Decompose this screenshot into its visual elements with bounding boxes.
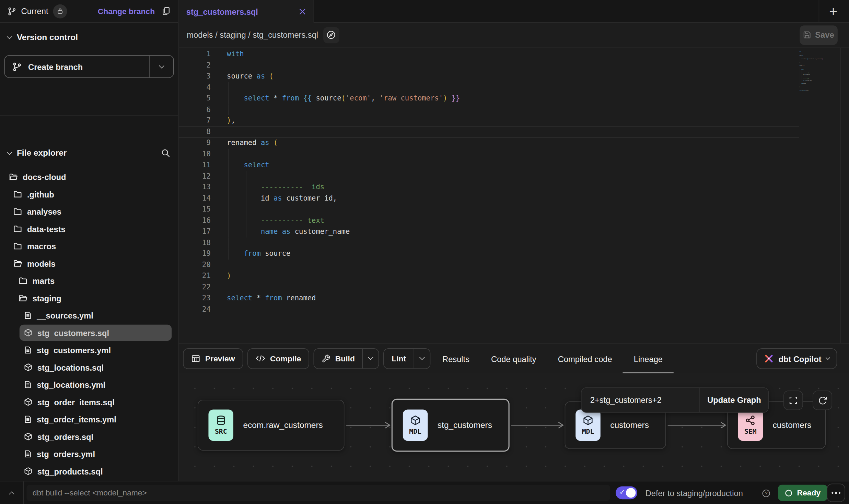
current-branch-label: Current bbox=[21, 7, 48, 16]
code-line-7[interactable]: 7), bbox=[179, 115, 849, 126]
code-lines: 1with23source as (45 select * from {{ so… bbox=[179, 49, 849, 315]
tab-compiled-code[interactable]: Compiled code bbox=[558, 344, 612, 374]
tree-item-stg-orders-yml[interactable]: stg_orders.yml bbox=[0, 445, 178, 463]
code-line-3[interactable]: 3source as ( bbox=[179, 71, 849, 82]
code-line-5[interactable]: 5 select * from {{ source('ecom', 'raw_c… bbox=[179, 93, 849, 104]
folder-icon bbox=[13, 225, 22, 233]
line-number: 14 bbox=[179, 193, 211, 204]
version-control-header[interactable]: Version control bbox=[0, 24, 178, 51]
code-editor[interactable]: 1with23source as (45 select * from {{ so… bbox=[179, 48, 849, 343]
change-branch-link[interactable]: Change branch bbox=[98, 7, 155, 15]
graph-icon bbox=[745, 415, 756, 426]
tree-item-stg-locations-yml[interactable]: stg_locations.yml bbox=[0, 376, 178, 393]
tree-item-models[interactable]: models bbox=[0, 255, 178, 272]
lineage-node-ecom-raw-customers[interactable]: SRCecom.raw_customers bbox=[198, 400, 345, 451]
tree-item-label: stg_locations.sql bbox=[37, 363, 104, 372]
code-line-10[interactable]: 10 bbox=[179, 148, 849, 159]
code-line-9[interactable]: 9renamed as ( bbox=[179, 137, 849, 148]
code-line-11[interactable]: 11 select bbox=[179, 159, 849, 170]
copy-icon[interactable] bbox=[161, 7, 171, 16]
help-icon[interactable]: ? bbox=[762, 489, 770, 500]
lineage-node-label: customers bbox=[610, 420, 649, 430]
editor-scrollbar[interactable] bbox=[840, 48, 841, 343]
line-number: 6 bbox=[179, 104, 211, 115]
dbt-copilot-button[interactable]: dbt Copilot bbox=[756, 348, 837, 369]
refresh-button[interactable] bbox=[813, 391, 832, 410]
create-branch-dropdown[interactable] bbox=[149, 56, 173, 77]
lint-dropdown[interactable] bbox=[414, 349, 430, 368]
lineage-filter-input[interactable]: 2+stg_customers+2 bbox=[582, 388, 700, 412]
mdl-badge: MDL bbox=[575, 409, 601, 441]
collapse-panel-button[interactable] bbox=[0, 490, 23, 496]
preview-button[interactable]: Preview bbox=[183, 348, 243, 369]
code-line-8[interactable]: 8 bbox=[179, 126, 849, 137]
lineage-canvas[interactable]: SRCecom.raw_customersMDLstg_customersMDL… bbox=[179, 373, 849, 481]
editor-minimap[interactable]: withsource as ( select * from {{ source(… bbox=[799, 51, 829, 93]
code-line-13[interactable]: 13 ---------- ids bbox=[179, 182, 849, 193]
lineage-node-stg-customers[interactable]: MDLstg_customers bbox=[392, 399, 510, 452]
create-branch-button[interactable]: Create branch bbox=[4, 55, 174, 78]
tree-item-data-tests[interactable]: data-tests bbox=[0, 220, 178, 237]
code-line-2[interactable]: 2 bbox=[179, 60, 849, 71]
tree-item-macros[interactable]: macros bbox=[0, 238, 178, 255]
code-line-6[interactable]: 6 bbox=[179, 104, 849, 115]
code-line-18[interactable]: 18 bbox=[179, 237, 849, 248]
copilot-compass-button[interactable] bbox=[323, 27, 339, 43]
more-options-button[interactable] bbox=[827, 484, 845, 502]
tab-lineage[interactable]: Lineage bbox=[634, 344, 663, 374]
lineage-node-label: stg_customers bbox=[438, 420, 492, 430]
code-line-19[interactable]: 19 from source bbox=[179, 248, 849, 259]
lint-button[interactable]: Lint bbox=[384, 348, 431, 369]
code-line-24 bbox=[799, 92, 829, 93]
tree-item-stg-order-items-sql[interactable]: stg_order_items.sql bbox=[0, 393, 178, 410]
model-icon bbox=[24, 328, 32, 337]
table-icon bbox=[191, 354, 200, 363]
code-line-20[interactable]: 20 bbox=[179, 260, 849, 271]
build-button[interactable]: Build bbox=[314, 348, 379, 369]
tree-item-label: stg_orders.yml bbox=[37, 449, 95, 458]
code-line-4[interactable]: 4 bbox=[179, 82, 849, 93]
code-line-16[interactable]: 16 ---------- text bbox=[179, 215, 849, 226]
tree-item--github[interactable]: .github bbox=[0, 185, 178, 203]
code-line-22[interactable]: 22 bbox=[179, 281, 849, 292]
tree-item-stg-customers-sql[interactable]: stg_customers.sql bbox=[0, 324, 178, 341]
close-icon[interactable] bbox=[299, 8, 306, 15]
code-line-14[interactable]: 14 id as customer_id, bbox=[179, 193, 849, 204]
compile-button[interactable]: Compile bbox=[247, 348, 309, 369]
tab-results[interactable]: Results bbox=[442, 344, 469, 374]
code-line-24[interactable]: 24 bbox=[179, 304, 849, 315]
fullscreen-button[interactable] bbox=[783, 391, 803, 410]
search-icon[interactable] bbox=[161, 148, 171, 158]
update-graph-button[interactable]: Update Graph bbox=[700, 388, 768, 412]
tree-item-analyses[interactable]: analyses bbox=[0, 203, 178, 220]
code-line-1[interactable]: 1with bbox=[179, 49, 849, 60]
tab-code-quality[interactable]: Code quality bbox=[491, 344, 536, 374]
tree-item-staging[interactable]: staging bbox=[0, 289, 178, 307]
new-tab-button[interactable]: + bbox=[824, 3, 842, 20]
code-line-15[interactable]: 15 bbox=[179, 204, 849, 215]
tree-item-stg-products-sql[interactable]: stg_products.sql bbox=[0, 463, 178, 480]
tree-item-marts[interactable]: marts bbox=[0, 272, 178, 289]
tree-item-label: analyses bbox=[27, 207, 61, 216]
file-explorer-header[interactable]: File explorer bbox=[0, 142, 178, 164]
tree-item-stg-order-items-yml[interactable]: stg_order_items.yml bbox=[0, 411, 178, 428]
tree-item-label: macros bbox=[27, 241, 56, 251]
code-line-17[interactable]: 17 name as customer_name bbox=[179, 226, 849, 237]
tree-item-stg-locations-sql[interactable]: stg_locations.sql bbox=[0, 359, 178, 376]
tab-stg-customers[interactable]: stg_customers.sql bbox=[179, 0, 314, 23]
code-line-23[interactable]: 23select * from renamed bbox=[179, 293, 849, 304]
ready-status-button[interactable]: Ready bbox=[778, 485, 827, 501]
tree-item-stg-customers-yml[interactable]: stg_customers.yml bbox=[0, 341, 178, 359]
code-line-12[interactable]: 12 bbox=[179, 171, 849, 182]
tree-item-docs-cloud[interactable]: docs-cloud bbox=[0, 168, 178, 185]
tree-item--sources-yml[interactable]: __sources.yml bbox=[0, 307, 178, 324]
code-line-21[interactable]: 21) bbox=[179, 271, 849, 281]
save-icon bbox=[803, 31, 812, 39]
tree-item-stg-orders-sql[interactable]: stg_orders.sql bbox=[0, 428, 178, 445]
folder-open-icon bbox=[9, 172, 18, 181]
build-dropdown[interactable] bbox=[362, 349, 379, 368]
save-button[interactable]: Save bbox=[800, 25, 837, 45]
defer-toggle[interactable]: ✓ bbox=[616, 486, 637, 499]
create-branch-label: Create branch bbox=[28, 62, 83, 71]
command-input[interactable]: dbt build --select <model_name> bbox=[26, 485, 610, 501]
